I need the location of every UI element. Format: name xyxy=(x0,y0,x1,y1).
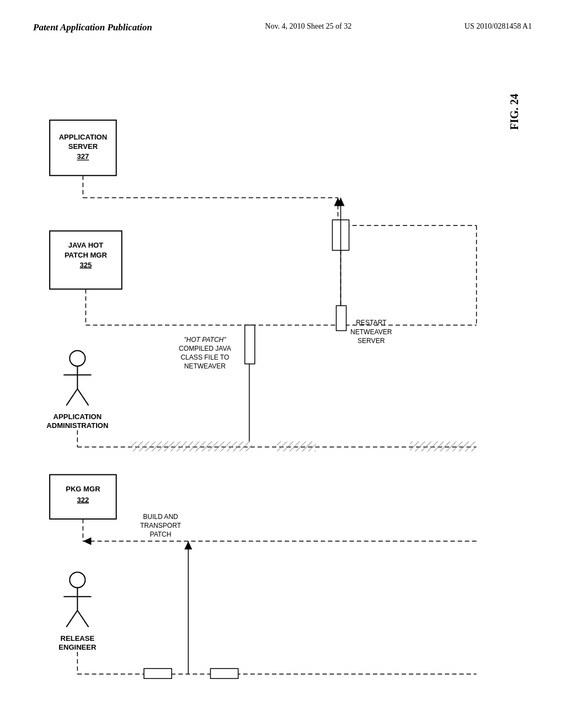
svg-text:JAVA HOT: JAVA HOT xyxy=(68,241,104,249)
page-header: Patent Application Publication Nov. 4, 2… xyxy=(0,0,565,39)
diagram-area: FIG. 24 APPLICATION SERVER 327 xyxy=(33,77,532,706)
svg-point-19 xyxy=(70,351,85,366)
svg-marker-36 xyxy=(83,537,91,545)
svg-text:PATCH MGR: PATCH MGR xyxy=(65,251,108,259)
svg-text:ENGINEER: ENGINEER xyxy=(58,643,97,651)
svg-text:ADMINISTRATION: ADMINISTRATION xyxy=(46,421,108,430)
svg-text:SERVER: SERVER xyxy=(358,337,385,345)
svg-text:COMPILED JAVA: COMPILED JAVA xyxy=(179,345,232,352)
svg-line-41 xyxy=(77,611,88,627)
svg-rect-47 xyxy=(210,668,238,678)
svg-text:NETWEAVER: NETWEAVER xyxy=(184,362,226,370)
svg-text:CLASS FILE TO: CLASS FILE TO xyxy=(180,354,229,361)
svg-text:RELEASE: RELEASE xyxy=(61,634,95,643)
publication-number: US 2010/0281458 A1 xyxy=(465,22,532,31)
svg-text:PKG MGR: PKG MGR xyxy=(66,485,100,493)
svg-text:325: 325 xyxy=(80,261,92,269)
svg-rect-13 xyxy=(50,231,122,289)
svg-text:322: 322 xyxy=(77,496,89,504)
svg-text:327: 327 xyxy=(77,152,89,160)
svg-text:PATCH: PATCH xyxy=(150,531,171,538)
diagram-svg: APPLICATION SERVER 327 JAVA HOT PATCH MG… xyxy=(33,77,532,706)
svg-text:TRANSPORT: TRANSPORT xyxy=(140,522,182,529)
svg-text:"HOT PATCH": "HOT PATCH" xyxy=(184,336,226,344)
svg-rect-46 xyxy=(144,668,172,678)
svg-rect-60 xyxy=(336,306,346,330)
svg-line-40 xyxy=(66,611,77,627)
svg-text:NETWEAVER: NETWEAVER xyxy=(350,328,392,336)
svg-text:APPLICATION: APPLICATION xyxy=(54,413,102,421)
svg-text:RESTART: RESTART xyxy=(356,319,387,326)
svg-rect-29 xyxy=(277,441,316,451)
publication-date-sheet: Nov. 4, 2010 Sheet 25 of 32 xyxy=(265,22,351,31)
svg-rect-28 xyxy=(130,441,252,451)
svg-line-23 xyxy=(77,389,88,405)
svg-line-22 xyxy=(66,389,77,405)
svg-point-37 xyxy=(70,572,85,587)
svg-text:SERVER: SERVER xyxy=(68,142,98,151)
page: Patent Application Publication Nov. 4, 2… xyxy=(0,0,565,728)
svg-marker-65 xyxy=(184,541,192,549)
svg-rect-30 xyxy=(410,441,477,451)
svg-text:APPLICATION: APPLICATION xyxy=(59,133,107,141)
svg-text:BUILD AND: BUILD AND xyxy=(143,513,178,521)
publication-title: Patent Application Publication xyxy=(33,22,152,33)
svg-rect-50 xyxy=(245,325,255,363)
